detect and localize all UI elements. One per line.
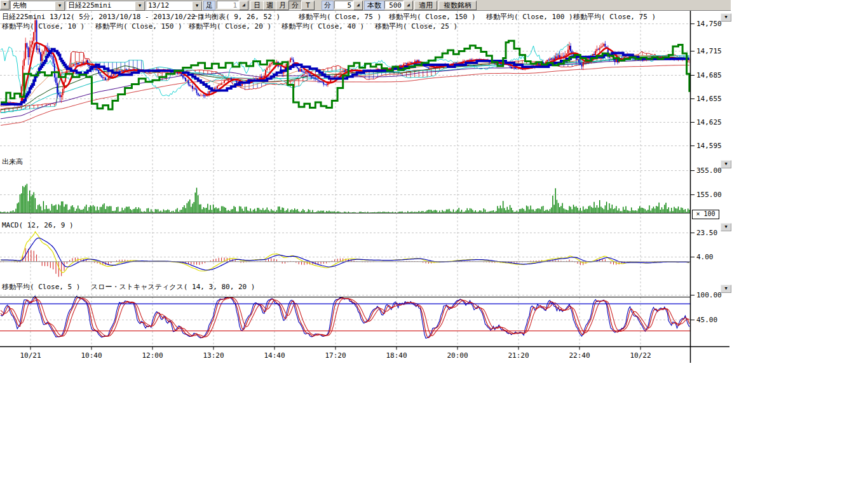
svg-text:12:00: 12:00 <box>142 351 163 360</box>
svg-text:14,595: 14,595 <box>696 142 722 150</box>
volume-pane-label: 出来高 <box>2 158 23 166</box>
chart-title: 日経225mini 13/12( 5分, 2013/10/18 - 2013/1… <box>2 13 204 21</box>
legend-ma75b: 移動平均( Close, 75 ) <box>573 13 656 21</box>
legend-ichimoku: 一目均衡表( 9, 26, 52 ) <box>191 13 280 21</box>
svg-text:155.00: 155.00 <box>696 191 722 199</box>
svg-text:4.00: 4.00 <box>696 253 714 261</box>
volume-multiplier-badge: × 100 <box>692 210 719 219</box>
app-window: ▼ 先物 ▼ 日経225mini ▼ 13/12 ▼ 足 1 ◢ 日 週 月 分… <box>0 0 868 488</box>
svg-text:14,625: 14,625 <box>696 118 722 126</box>
svg-text:14,750: 14,750 <box>696 20 722 28</box>
price-pane-menu-button[interactable]: ▼ <box>721 13 731 22</box>
stoch-pane-menu-button[interactable]: ▼ <box>721 285 731 293</box>
legend-ma75: 移動平均( Close, 75 ) <box>299 13 381 21</box>
legend-ma150b: 移動平均( Close, 150 ) <box>95 23 182 30</box>
stoch-pane-label: スロー・ストキャスティクス( 14, 3, 80, 20 ) <box>91 283 255 291</box>
svg-text:18:40: 18:40 <box>386 351 407 360</box>
legend-ma100: 移動平均( Close, 100 ) <box>486 13 573 21</box>
svg-text:45.00: 45.00 <box>696 316 717 324</box>
svg-text:14,715: 14,715 <box>696 47 722 55</box>
svg-text:10:40: 10:40 <box>81 351 102 360</box>
svg-text:10/22: 10/22 <box>630 351 651 360</box>
legend-ma25: 移動平均( Close, 25 ) <box>375 23 458 30</box>
svg-text:21:20: 21:20 <box>508 351 529 360</box>
svg-text:17:20: 17:20 <box>325 351 346 360</box>
svg-text:10/21: 10/21 <box>20 351 41 360</box>
svg-text:14,655: 14,655 <box>696 95 722 103</box>
svg-text:14:40: 14:40 <box>264 351 285 360</box>
svg-text:14,685: 14,685 <box>696 71 722 79</box>
macd-pane-label: MACD( 12, 26, 9 ) <box>2 222 74 229</box>
chart-area[interactable]: 14,75014,71514,68514,65514,62514,595355.… <box>0 0 868 488</box>
svg-text:20:00: 20:00 <box>447 351 468 360</box>
svg-text:22:40: 22:40 <box>569 351 590 360</box>
legend-ma10: 移動平均( Close, 10 ) <box>2 23 85 30</box>
legend-ma40: 移動平均( Close, 40 ) <box>281 23 364 30</box>
svg-text:100.00: 100.00 <box>696 291 722 299</box>
legend-ma150: 移動平均( Close, 150 ) <box>389 13 476 21</box>
svg-text:355.00: 355.00 <box>696 166 722 175</box>
svg-text:23.50: 23.50 <box>696 229 717 237</box>
macd-pane-menu-button[interactable]: ▼ <box>721 223 731 231</box>
stoch-ma-label: 移動平均( Close, 5 ) <box>2 283 80 291</box>
legend-ma20: 移動平均( Close, 20 ) <box>189 23 271 30</box>
svg-text:13:20: 13:20 <box>203 351 224 360</box>
volume-pane-menu-button[interactable]: ▼ <box>721 160 731 168</box>
